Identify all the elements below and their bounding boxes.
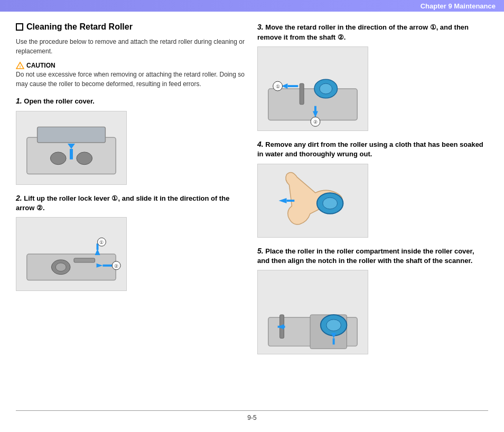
svg-point-37 [323, 198, 338, 209]
step-4-number: 4. [257, 140, 264, 148]
svg-text:②: ② [313, 119, 318, 125]
caution-label: ! CAUTION [16, 61, 247, 70]
caution-section: ! CAUTION Do not use excessive force whe… [16, 61, 247, 89]
caution-icon: ! [16, 61, 24, 70]
step-4-text: Remove any dirt from the roller using a … [257, 140, 483, 158]
step-1: 1. Open the roller cover. [16, 96, 247, 185]
step-3-title: 3. Move the retard roller in the directi… [257, 22, 488, 42]
step-2-image: ① ② [16, 217, 127, 291]
svg-rect-39 [286, 200, 294, 202]
step-2: 2. Lift up the roller lock lever ①, and … [16, 193, 247, 292]
step-5: 5. Place the roller in the roller compar… [257, 246, 488, 355]
section-title-text: Cleaning the Retard Roller [26, 22, 133, 32]
page-footer: 9-5 [0, 410, 504, 421]
svg-rect-47 [278, 326, 285, 328]
svg-point-12 [55, 263, 66, 271]
caution-text: Do not use excessive force when removing… [16, 70, 247, 89]
intro-text: Use the procedure below to remove and at… [16, 37, 247, 56]
page-number: 9-5 [247, 414, 256, 421]
step-5-text: Place the roller in the roller compartme… [257, 247, 474, 265]
step-2-title: 2. Lift up the roller lock lever ①, and … [16, 193, 247, 213]
step-5-title: 5. Place the roller in the roller compar… [257, 246, 488, 266]
step-3: 3. Move the retard roller in the directi… [257, 22, 488, 131]
step-1-text: Open the roller cover. [24, 97, 95, 105]
svg-point-8 [77, 152, 92, 165]
step-1-illustration [16, 111, 126, 185]
svg-rect-24 [300, 83, 304, 105]
svg-rect-19 [102, 265, 112, 267]
step-3-text: Move the retard roller in the direction … [257, 23, 469, 41]
step-4-image [257, 164, 368, 238]
svg-point-45 [326, 320, 341, 331]
svg-rect-23 [268, 89, 357, 120]
left-column: Cleaning the Retard Roller Use the proce… [16, 22, 247, 363]
checkbox-icon [16, 23, 23, 31]
step-4-illustration [258, 164, 368, 238]
svg-rect-13 [74, 258, 95, 262]
svg-rect-28 [287, 85, 298, 87]
svg-text:①: ① [99, 240, 104, 246]
step-2-illustration: ① ② [16, 217, 126, 291]
step-3-illustration: ① ② [258, 46, 368, 131]
svg-point-26 [320, 83, 332, 94]
svg-rect-10 [27, 254, 116, 280]
step-1-image [16, 111, 127, 185]
step-2-number: 2. [16, 194, 22, 202]
main-content: Cleaning the Retard Roller Use the proce… [0, 12, 504, 384]
step-4: 4. Remove any dirt from the roller using… [257, 139, 488, 238]
step-4-title: 4. Remove any dirt from the roller using… [257, 139, 488, 159]
header-title: Chapter 9 Maintenance [421, 2, 496, 10]
step-2-text: Lift up the roller lock lever ①, and sli… [16, 194, 229, 212]
svg-text:②: ② [114, 264, 118, 269]
step-1-number: 1. [16, 97, 22, 105]
step-3-number: 3. [257, 23, 264, 31]
step-3-image: ① ② [257, 46, 368, 131]
page-header: Chapter 9 Maintenance [0, 0, 504, 12]
step-5-illustration [258, 270, 368, 354]
svg-rect-49 [333, 339, 335, 345]
step-5-image [257, 270, 368, 354]
svg-rect-6 [70, 149, 73, 159]
svg-text:!: ! [20, 64, 21, 69]
section-title: Cleaning the Retard Roller [16, 22, 247, 32]
right-column: 3. Move the retard roller in the directi… [257, 22, 488, 363]
svg-rect-32 [314, 106, 316, 112]
svg-text:①: ① [276, 84, 280, 89]
svg-rect-4 [38, 127, 106, 143]
svg-point-7 [50, 152, 66, 165]
step-5-number: 5. [257, 247, 264, 255]
footer-divider [16, 410, 488, 411]
step-1-title: 1. Open the roller cover. [16, 96, 247, 107]
